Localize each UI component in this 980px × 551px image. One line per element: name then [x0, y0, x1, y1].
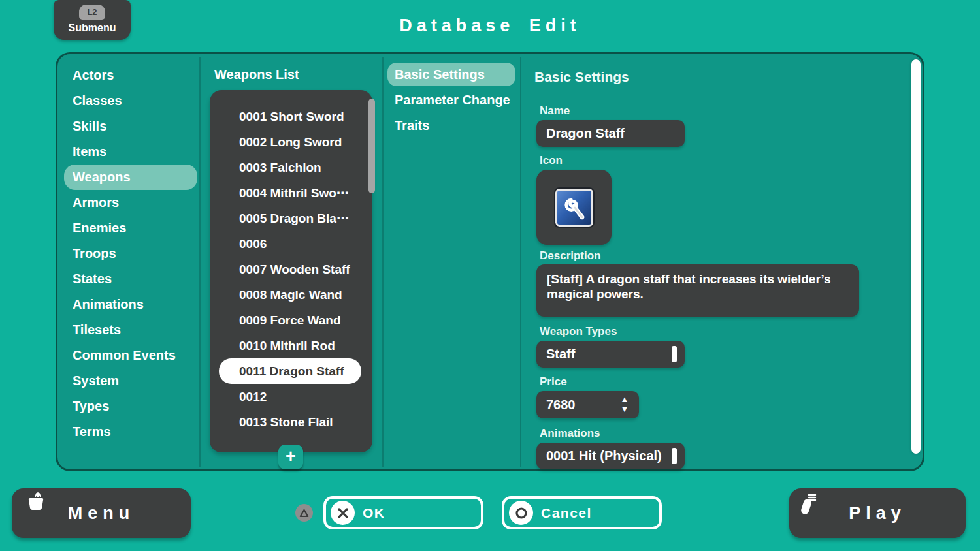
- settings-tabs: Basic Settings Parameter Change Traits: [387, 63, 515, 139]
- weapons-list-scrollbar[interactable]: [368, 99, 375, 193]
- sidebar-item-states[interactable]: States: [64, 266, 197, 292]
- sidebar-item-system[interactable]: System: [64, 368, 197, 394]
- weapon-types-label: Weapon Types: [540, 325, 617, 338]
- sidebar-item-tilesets[interactable]: Tilesets: [64, 317, 197, 343]
- menu-button[interactable]: Menu: [12, 488, 191, 538]
- details-heading: Basic Settings: [534, 69, 629, 85]
- tab-traits[interactable]: Traits: [387, 114, 515, 137]
- icon-picker[interactable]: [536, 170, 612, 245]
- sidebar-item-weapons[interactable]: Weapons: [64, 165, 197, 190]
- cross-button-icon: [331, 501, 355, 525]
- page-title: Database Edit: [0, 16, 980, 36]
- weapon-types-value: Staff: [546, 347, 575, 361]
- sidebar-item-troops[interactable]: Troops: [64, 241, 197, 266]
- details-scrollbar[interactable]: [911, 59, 921, 454]
- column-divider: [520, 57, 521, 467]
- sidebar-item-terms[interactable]: Terms: [64, 419, 197, 445]
- sidebar-item-common-events[interactable]: Common Events: [64, 343, 197, 368]
- weapon-row-0003[interactable]: 0003 Falchion: [210, 155, 372, 180]
- spinner-down-icon[interactable]: ▼: [619, 404, 630, 414]
- animations-label: Animations: [540, 427, 600, 440]
- sidebar-item-enemies[interactable]: Enemies: [64, 215, 197, 241]
- price-label: Price: [540, 375, 567, 388]
- price-spinner[interactable]: 7680 ▲ ▼: [536, 391, 639, 418]
- tab-basic-settings[interactable]: Basic Settings: [387, 63, 515, 86]
- ok-label: OK: [363, 505, 385, 521]
- description-label: Description: [540, 249, 601, 262]
- circle-button-icon: [509, 501, 533, 525]
- weapons-list: 0001 Short Sword 0002 Long Sword 0003 Fa…: [210, 90, 372, 452]
- weapon-row-0004[interactable]: 0004 Mithril Swo⋯: [210, 180, 372, 206]
- sidebar-item-animations[interactable]: Animations: [64, 292, 197, 317]
- weapon-row-0008[interactable]: 0008 Magic Wand: [210, 282, 372, 307]
- weapon-row-0001[interactable]: 0001 Short Sword: [210, 104, 372, 129]
- cancel-button[interactable]: Cancel: [502, 496, 662, 529]
- column-divider: [382, 57, 384, 467]
- icon-label: Icon: [540, 154, 563, 167]
- sidebar-item-armors[interactable]: Armors: [64, 190, 197, 215]
- dragon-staff-icon: [555, 189, 593, 227]
- tab-parameter-change[interactable]: Parameter Change: [387, 88, 515, 112]
- column-divider: [199, 57, 201, 467]
- sidebar-item-items[interactable]: Items: [64, 139, 197, 165]
- touch-finger-icon: [800, 491, 819, 518]
- sidebar-item-types[interactable]: Types: [64, 394, 197, 419]
- weapon-row-0009[interactable]: 0009 Force Wand: [210, 307, 372, 333]
- ok-button[interactable]: OK: [323, 496, 483, 529]
- dragon-staff-glyph: [560, 193, 589, 222]
- play-label: Play: [849, 503, 906, 524]
- triangle-button-icon: [295, 504, 313, 522]
- weapon-row-0005[interactable]: 0005 Dragon Bla⋯: [210, 206, 372, 231]
- spinner-up-icon[interactable]: ▲: [619, 394, 630, 404]
- name-label: Name: [540, 104, 570, 118]
- heading-divider: [534, 95, 910, 95]
- add-weapon-button[interactable]: +: [278, 445, 303, 469]
- weapon-row-0013[interactable]: 0013 Stone Flail: [210, 409, 372, 435]
- description-input[interactable]: [Staff] A dragon staff that increases it…: [536, 264, 859, 317]
- weapon-row-0007[interactable]: 0007 Wooden Staff: [210, 257, 372, 282]
- dropdown-indicator-icon: [672, 448, 677, 464]
- weapon-row-0012[interactable]: 0012: [210, 384, 372, 409]
- menu-label: Menu: [68, 503, 135, 524]
- price-value: 7680: [546, 398, 576, 412]
- sidebar-item-classes[interactable]: Classes: [64, 88, 197, 114]
- weapons-list-title: Weapons List: [214, 67, 299, 82]
- cancel-label: Cancel: [541, 505, 592, 521]
- name-input[interactable]: Dragon Staff: [536, 120, 685, 147]
- sidebar-item-skills[interactable]: Skills: [64, 114, 197, 139]
- weapon-row-0006[interactable]: 0006: [210, 231, 372, 257]
- sidebar-item-actors[interactable]: Actors: [64, 63, 197, 88]
- weapon-row-0002[interactable]: 0002 Long Sword: [210, 129, 372, 155]
- menu-basket-icon: [25, 492, 47, 517]
- animations-value: 0001 Hit (Physical): [546, 449, 662, 463]
- weapon-row-0010[interactable]: 0010 Mithril Rod: [210, 333, 372, 358]
- weapon-row-0011-selected[interactable]: 0011 Dragon Staff: [219, 358, 361, 384]
- animations-dropdown[interactable]: 0001 Hit (Physical): [536, 443, 685, 469]
- play-button[interactable]: Play: [789, 488, 966, 538]
- dropdown-indicator-icon: [672, 346, 677, 362]
- database-panel: Actors Classes Skills Items Weapons Armo…: [56, 52, 924, 471]
- category-sidebar: Actors Classes Skills Items Weapons Armo…: [64, 63, 197, 445]
- spinner-arrows: ▲ ▼: [619, 394, 630, 414]
- weapon-types-dropdown[interactable]: Staff: [536, 341, 685, 368]
